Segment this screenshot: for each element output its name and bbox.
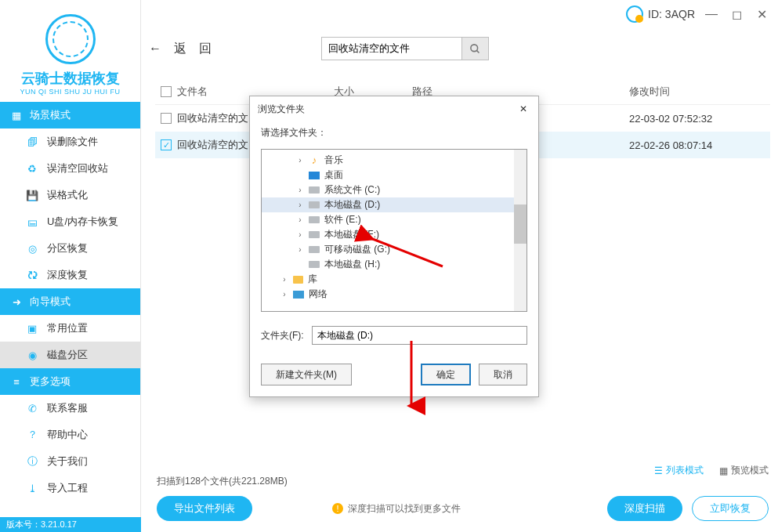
library-icon	[293, 276, 303, 284]
tree-scrollbar[interactable]	[514, 150, 527, 311]
dialog-prompt: 请选择文件夹：	[261, 126, 527, 139]
drive-icon	[309, 246, 320, 253]
tree-label: 音乐	[324, 154, 343, 167]
tree-label: 本地磁盘 (D:)	[324, 198, 380, 212]
scrollbar-thumb[interactable]	[514, 204, 527, 244]
drive-icon	[309, 186, 320, 194]
network-icon	[293, 291, 304, 299]
cancel-button[interactable]: 取消	[479, 364, 527, 385]
tree-item-drive-f[interactable]: ›本地磁盘 (F:)	[262, 227, 527, 242]
tree-item-network[interactable]: ›网络	[262, 287, 527, 302]
tree-item-drive-c[interactable]: ›系统文件 (C:)	[262, 183, 527, 197]
tree-item-drive-g[interactable]: ›可移动磁盘 (G:)	[262, 242, 527, 257]
tree-item-drive-h[interactable]: 本地磁盘 (H:)	[262, 257, 527, 272]
dialog-title: 浏览文件夹	[258, 103, 305, 116]
tree-label: 库	[308, 273, 317, 286]
tree-item-desktop[interactable]: 桌面	[262, 168, 527, 183]
drive-icon	[309, 216, 320, 223]
drive-icon	[309, 201, 320, 208]
folder-path-input[interactable]	[312, 326, 527, 345]
drive-icon	[309, 231, 320, 238]
tree-label: 本地磁盘 (F:)	[324, 228, 379, 241]
tree-label: 桌面	[324, 168, 343, 182]
tree-label: 本地磁盘 (H:)	[324, 258, 380, 271]
tree-label: 网络	[309, 288, 327, 301]
tree-label: 系统文件 (C:)	[324, 183, 380, 197]
desktop-icon	[309, 172, 320, 179]
dialog-overlay: 浏览文件夹 ✕ 请选择文件夹： ›♪音乐 桌面 ›系统文件 (C:) ›本地磁盘…	[0, 0, 778, 532]
tree-item-library[interactable]: ›库	[262, 272, 527, 287]
ok-button[interactable]: 确定	[421, 364, 471, 385]
folder-tree: ›♪音乐 桌面 ›系统文件 (C:) ›本地磁盘 (D:) ›软件 (E:) ›…	[261, 149, 527, 312]
tree-item-music[interactable]: ›♪音乐	[262, 153, 527, 168]
tree-item-drive-d[interactable]: ›本地磁盘 (D:)	[262, 197, 527, 212]
dialog-titlebar: 浏览文件夹 ✕	[250, 96, 538, 121]
tree-label: 可移动磁盘 (G:)	[324, 243, 390, 256]
folder-field-label: 文件夹(F):	[261, 329, 304, 342]
music-icon: ♪	[309, 156, 320, 165]
dialog-close-button[interactable]: ✕	[516, 102, 530, 116]
new-folder-button[interactable]: 新建文件夹(M)	[261, 364, 352, 385]
tree-label: 软件 (E:)	[324, 213, 361, 226]
tree-item-drive-e[interactable]: ›软件 (E:)	[262, 212, 527, 227]
browse-folder-dialog: 浏览文件夹 ✕ 请选择文件夹： ›♪音乐 桌面 ›系统文件 (C:) ›本地磁盘…	[249, 96, 539, 397]
drive-icon	[309, 261, 320, 268]
